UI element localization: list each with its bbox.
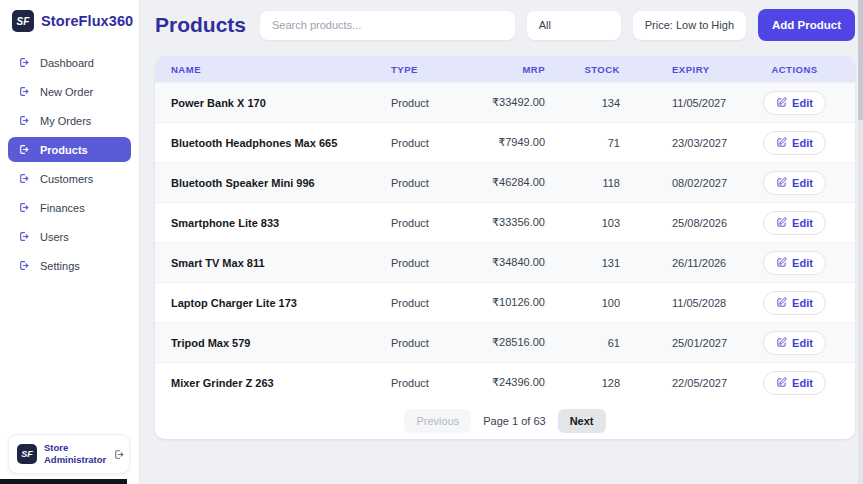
column-header-stock: Stock	[545, 64, 620, 75]
column-header-name: Name	[171, 64, 391, 75]
sidebar: SF StoreFlux360 Dashboard	[0, 0, 140, 484]
nav-arrow-box-icon	[18, 230, 31, 243]
product-type: Product	[391, 177, 471, 189]
sort-filter-dropdown[interactable]: Price: Low to High	[633, 11, 746, 40]
sidebar-item[interactable]: New Order	[8, 79, 131, 104]
product-mrp: ₹33492.00	[471, 96, 545, 109]
sidebar-item[interactable]: Products	[8, 137, 131, 162]
product-expiry: 25/01/2027	[620, 337, 750, 349]
column-header-mrp: MRP	[471, 64, 545, 75]
product-name: Power Bank X 170	[171, 97, 391, 109]
scrollbar-track[interactable]	[858, 0, 863, 484]
product-mrp: ₹7949.00	[471, 136, 545, 149]
search-input[interactable]	[260, 11, 515, 40]
table-row: Smartphone Lite 833 Product ₹33356.00 10…	[155, 202, 855, 242]
edit-pencil-icon	[776, 337, 787, 348]
product-mrp: ₹34840.00	[471, 256, 545, 269]
product-stock: 128	[545, 377, 620, 389]
product-type: Product	[391, 337, 471, 349]
sidebar-item[interactable]: My Orders	[8, 108, 131, 133]
nav-arrow-box-icon	[18, 143, 31, 156]
nav-arrow-box-icon	[18, 114, 31, 127]
sidebar-item-label: Products	[40, 144, 88, 156]
edit-button[interactable]: Edit	[763, 371, 826, 395]
table-row: Mixer Grinder Z 263 Product ₹24396.00 12…	[155, 362, 855, 402]
next-page-button[interactable]: Next	[558, 409, 606, 433]
sidebar-item[interactable]: Dashboard	[8, 50, 131, 75]
product-expiry: 25/08/2026	[620, 217, 750, 229]
add-product-button[interactable]: Add Product	[758, 9, 855, 41]
sidebar-item-label: Settings	[40, 260, 80, 272]
edit-button[interactable]: Edit	[763, 331, 826, 355]
product-expiry: 22/05/2027	[620, 377, 750, 389]
window-edge	[0, 479, 127, 484]
edit-button[interactable]: Edit	[763, 291, 826, 315]
brand-logo: SF	[12, 10, 34, 32]
product-expiry: 08/02/2027	[620, 177, 750, 189]
product-mrp: ₹28516.00	[471, 336, 545, 349]
table-row: Laptop Charger Lite 173 Product ₹10126.0…	[155, 282, 855, 322]
product-name: Laptop Charger Lite 173	[171, 297, 391, 309]
sidebar-item-label: Users	[40, 231, 69, 243]
sidebar-item[interactable]: Customers	[8, 166, 131, 191]
column-header-type: Type	[391, 64, 471, 75]
edit-button-label: Edit	[792, 177, 813, 189]
sidebar-item[interactable]: Users	[8, 224, 131, 249]
product-type: Product	[391, 137, 471, 149]
table-row: Bluetooth Headphones Max 665 Product ₹79…	[155, 122, 855, 162]
product-mrp: ₹46284.00	[471, 176, 545, 189]
previous-page-button[interactable]: Previous	[404, 409, 471, 433]
sidebar-item[interactable]: Settings	[8, 253, 131, 278]
edit-button[interactable]: Edit	[763, 171, 826, 195]
nav-arrow-box-icon	[18, 259, 31, 272]
sidebar-item[interactable]: Finances	[8, 195, 131, 220]
edit-button[interactable]: Edit	[763, 91, 826, 115]
product-stock: 100	[545, 297, 620, 309]
page-status: Page 1 of 63	[483, 415, 545, 427]
edit-pencil-icon	[776, 177, 787, 188]
table-row: Smart TV Max 811 Product ₹34840.00 131 2…	[155, 242, 855, 282]
edit-button[interactable]: Edit	[763, 211, 826, 235]
edit-button-label: Edit	[792, 137, 813, 149]
edit-button[interactable]: Edit	[763, 251, 826, 275]
edit-button-label: Edit	[792, 217, 813, 229]
product-type: Product	[391, 217, 471, 229]
nav-arrow-box-icon	[18, 172, 31, 185]
edit-pencil-icon	[776, 137, 787, 148]
table-row: Tripod Max 579 Product ₹28516.00 61 25/0…	[155, 322, 855, 362]
topbar: Products All Price: Low to High Add Prod…	[140, 0, 863, 41]
column-header-expiry: Expiry	[620, 64, 750, 75]
product-stock: 71	[545, 137, 620, 149]
product-stock: 131	[545, 257, 620, 269]
product-name: Smart TV Max 811	[171, 257, 391, 269]
sidebar-item-label: Finances	[40, 202, 85, 214]
user-card[interactable]: SF Store Administrator	[8, 434, 130, 474]
sidebar-item-label: New Order	[40, 86, 93, 98]
sidebar-item-label: My Orders	[40, 115, 91, 127]
product-expiry: 11/05/2027	[620, 97, 750, 109]
edit-pencil-icon	[776, 217, 787, 228]
type-filter-dropdown[interactable]: All	[527, 11, 621, 40]
edit-button-label: Edit	[792, 257, 813, 269]
scrollbar-thumb[interactable]	[858, 0, 863, 120]
edit-button[interactable]: Edit	[763, 131, 826, 155]
edit-pencil-icon	[776, 377, 787, 388]
edit-button-label: Edit	[792, 377, 813, 389]
table-row: Power Bank X 170 Product ₹33492.00 134 1…	[155, 82, 855, 122]
product-stock: 61	[545, 337, 620, 349]
product-mrp: ₹24396.00	[471, 376, 545, 389]
edit-button-label: Edit	[792, 337, 813, 349]
table-header-row: Name Type MRP Stock Expiry Actions	[155, 56, 855, 82]
product-stock: 103	[545, 217, 620, 229]
logout-icon[interactable]	[113, 448, 126, 461]
product-name: Bluetooth Headphones Max 665	[171, 137, 391, 149]
product-name: Smartphone Lite 833	[171, 217, 391, 229]
products-table-card: Name Type MRP Stock Expiry Actions Power…	[155, 56, 855, 439]
pagination: Previous Page 1 of 63 Next	[155, 402, 855, 439]
product-expiry: 26/11/2026	[620, 257, 750, 269]
product-stock: 118	[545, 177, 620, 189]
product-name: Tripod Max 579	[171, 337, 391, 349]
main-content: Products All Price: Low to High Add Prod…	[140, 0, 863, 484]
user-name: Store Administrator	[44, 442, 106, 466]
product-type: Product	[391, 257, 471, 269]
